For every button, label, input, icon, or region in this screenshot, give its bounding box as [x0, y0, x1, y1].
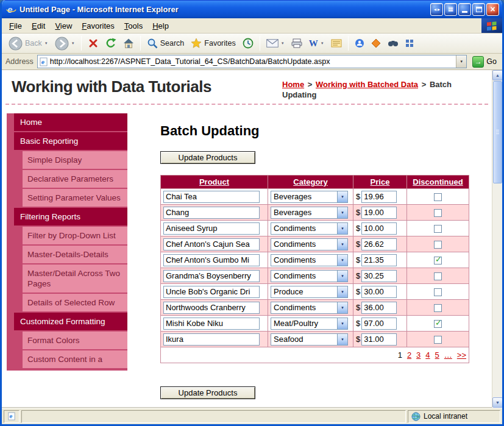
pager-link[interactable]: 4: [425, 350, 430, 360]
address-dropdown-button[interactable]: ▼: [456, 55, 466, 68]
update-products-button-top[interactable]: Update Products: [160, 151, 255, 164]
product-name-input[interactable]: [163, 286, 260, 298]
product-name-input[interactable]: [163, 254, 260, 266]
column-header-category[interactable]: Category: [268, 176, 353, 189]
price-input[interactable]: [361, 286, 397, 298]
breadcrumb-home-link[interactable]: Home: [282, 80, 304, 89]
menu-help[interactable]: Help: [147, 20, 174, 32]
discontinued-checkbox[interactable]: [434, 241, 442, 249]
back-button[interactable]: Back ▼: [5, 35, 51, 52]
price-input[interactable]: [361, 333, 397, 346]
column-header-price[interactable]: Price: [353, 176, 407, 189]
category-select[interactable]: Condiments▼: [271, 302, 348, 314]
sidebar-item[interactable]: Setting Parameter Values: [23, 189, 127, 207]
menu-edit[interactable]: Edit: [27, 20, 50, 32]
tiles-button[interactable]: [402, 35, 417, 52]
category-select[interactable]: Condiments▼: [271, 222, 348, 235]
home-button[interactable]: [120, 35, 137, 52]
product-name-input[interactable]: [163, 270, 260, 282]
column-header-discontinued[interactable]: Discontinued: [407, 176, 469, 189]
media-button[interactable]: [368, 35, 384, 52]
menu-file[interactable]: File: [4, 20, 27, 32]
pager-link[interactable]: …: [444, 350, 452, 360]
category-select[interactable]: Condiments▼: [271, 238, 348, 250]
menu-view[interactable]: View: [50, 20, 77, 32]
product-name-input[interactable]: [163, 238, 260, 250]
category-select[interactable]: Seafood▼: [271, 333, 348, 346]
menu-favorites[interactable]: Favorites: [77, 20, 119, 32]
sidebar-item[interactable]: Master/Detail Across Two Pages: [23, 264, 127, 293]
menu-tools[interactable]: Tools: [119, 20, 147, 32]
price-input[interactable]: [361, 302, 397, 314]
column-header-link[interactable]: Discontinued: [413, 177, 463, 186]
go-button[interactable]: → Go: [470, 56, 499, 68]
price-input[interactable]: [361, 222, 397, 235]
column-header-link[interactable]: Product: [199, 177, 229, 186]
sidebar-item[interactable]: Simple Display: [23, 151, 127, 169]
sidebar-item[interactable]: Declarative Parameters: [23, 170, 127, 188]
pager-link[interactable]: 5: [435, 350, 439, 360]
price-input[interactable]: [361, 207, 397, 219]
category-select[interactable]: Beverages▼: [271, 207, 348, 219]
sidebar-item[interactable]: Custom Content in a: [23, 350, 127, 368]
category-select[interactable]: Condiments▼: [271, 270, 348, 282]
minimize-button[interactable]: [458, 3, 471, 16]
discontinued-checkbox[interactable]: [434, 272, 442, 280]
pager-link[interactable]: 3: [416, 350, 421, 360]
messenger-button[interactable]: [352, 35, 367, 52]
category-select[interactable]: Beverages▼: [271, 191, 348, 203]
edit-button[interactable]: W ▼: [306, 35, 327, 52]
discuss-button[interactable]: [328, 35, 345, 52]
sidebar-item[interactable]: Customized Formatting: [14, 313, 127, 330]
price-input[interactable]: [361, 191, 397, 203]
discontinued-checkbox[interactable]: [434, 193, 442, 201]
scroll-up-button[interactable]: ▲: [492, 70, 502, 80]
refresh-button[interactable]: [102, 35, 119, 52]
update-products-button-bottom[interactable]: Update Products: [160, 386, 255, 399]
category-select[interactable]: Produce▼: [271, 286, 348, 298]
sidebar-item[interactable]: Master-Details-Details: [23, 246, 127, 263]
category-select[interactable]: Condiments▼: [271, 254, 348, 266]
breadcrumb-section-link[interactable]: Working with Batched Data: [316, 80, 418, 89]
titlebar[interactable]: e Untitled Page - Microsoft Internet Exp…: [2, 0, 502, 18]
price-input[interactable]: [361, 254, 397, 266]
stop-button[interactable]: [85, 35, 102, 52]
discontinued-checkbox[interactable]: [434, 304, 442, 312]
discontinued-checkbox[interactable]: ✓: [434, 320, 442, 328]
address-input[interactable]: e http://localhost:2267/ASPNET_Data_Tuto…: [37, 55, 467, 68]
mail-button[interactable]: ▼: [263, 35, 288, 52]
category-select[interactable]: Meat/Poultry▼: [271, 318, 348, 330]
vertical-scrollbar[interactable]: ▲ ▼: [492, 70, 502, 408]
product-name-input[interactable]: [163, 222, 260, 235]
window-arrows-button[interactable]: ◄►: [430, 3, 443, 16]
price-input[interactable]: [361, 238, 397, 250]
sidebar-item[interactable]: Filter by Drop-Down List: [23, 227, 127, 244]
scroll-down-button[interactable]: ▼: [492, 397, 502, 408]
search-button[interactable]: Search: [144, 35, 188, 52]
discontinued-checkbox[interactable]: [434, 336, 442, 344]
print-button[interactable]: [288, 35, 305, 52]
sidebar-item[interactable]: Filtering Reports: [14, 208, 127, 225]
sidebar-item[interactable]: Details of Selected Row: [23, 294, 127, 311]
discontinued-checkbox[interactable]: ✓: [434, 257, 442, 264]
column-header-product[interactable]: Product: [161, 176, 268, 189]
scroll-thumb[interactable]: [493, 81, 502, 183]
window-grid-button[interactable]: ▦: [444, 3, 457, 16]
close-button[interactable]: ×: [486, 3, 499, 16]
favorites-button[interactable]: Favorites: [188, 35, 238, 52]
sidebar-item[interactable]: Home: [14, 113, 127, 131]
maximize-button[interactable]: [472, 3, 485, 16]
product-name-input[interactable]: [163, 302, 260, 314]
pager-link[interactable]: >>: [457, 350, 466, 360]
product-name-input[interactable]: [163, 318, 260, 330]
discontinued-checkbox[interactable]: [434, 288, 442, 296]
price-input[interactable]: [361, 270, 397, 282]
product-name-input[interactable]: [163, 191, 260, 203]
sidebar-item[interactable]: Basic Reporting: [14, 132, 127, 150]
forward-button[interactable]: ▼: [52, 35, 78, 52]
product-name-input[interactable]: [163, 333, 260, 346]
history-button[interactable]: [240, 35, 257, 52]
research-button[interactable]: [385, 35, 402, 52]
pager-link[interactable]: 2: [407, 350, 411, 360]
price-input[interactable]: [361, 318, 397, 330]
